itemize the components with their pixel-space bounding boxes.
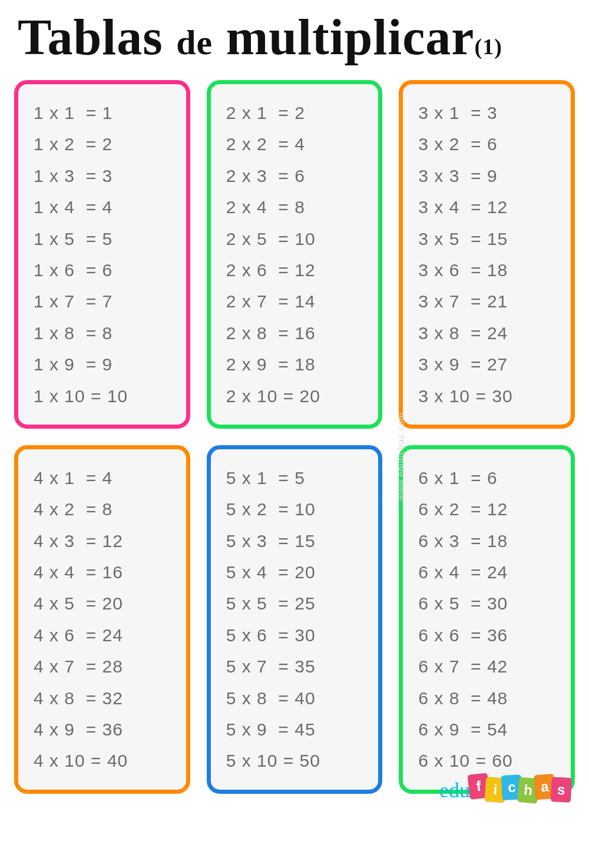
- table-row: 5 x 5 = 25: [226, 588, 367, 619]
- table-row: 2 x 3 = 6: [226, 160, 367, 191]
- table-row: 2 x 2 = 4: [226, 128, 367, 160]
- table-row: 4 x 2 = 8: [34, 493, 174, 525]
- table-row: 6 x 2 = 12: [418, 493, 559, 525]
- times-table-1: 1 x 1 = 11 x 2 = 21 x 3 = 31 x 4 = 41 x …: [14, 80, 190, 429]
- table-row: 5 x 8 = 40: [226, 683, 367, 714]
- table-row: 1 x 1 = 1: [34, 97, 174, 128]
- title-word-3: multiplicar: [226, 9, 475, 65]
- table-row: 5 x 4 = 20: [226, 556, 367, 588]
- table-row: 2 x 10 = 20: [226, 380, 367, 412]
- table-row: 6 x 5 = 30: [418, 588, 559, 619]
- table-row: 6 x 3 = 18: [418, 525, 559, 556]
- table-row: 1 x 5 = 5: [34, 223, 174, 254]
- title-word-2: de: [176, 23, 213, 62]
- table-row: 3 x 2 = 6: [418, 128, 559, 160]
- table-row: 5 x 7 = 35: [226, 651, 367, 682]
- table-row: 3 x 3 = 9: [418, 160, 559, 191]
- table-row: 5 x 2 = 10: [226, 493, 367, 525]
- table-row: 6 x 6 = 36: [418, 619, 559, 651]
- table-row: 3 x 4 = 12: [418, 191, 559, 223]
- table-row: 1 x 10 = 10: [34, 380, 174, 412]
- table-row: 6 x 7 = 42: [418, 651, 559, 682]
- table-row: 1 x 7 = 7: [34, 286, 174, 317]
- watermark-text: www.edufichas.com: [396, 412, 406, 501]
- table-row: 1 x 4 = 4: [34, 191, 174, 223]
- table-row: 1 x 3 = 3: [34, 160, 174, 191]
- times-table-2: 2 x 1 = 22 x 2 = 42 x 3 = 62 x 4 = 82 x …: [207, 80, 383, 429]
- title-suffix: (1): [475, 34, 502, 59]
- table-row: 5 x 1 = 5: [226, 462, 367, 493]
- table-row: 6 x 8 = 48: [418, 683, 559, 714]
- table-row: 6 x 1 = 6: [418, 462, 559, 493]
- table-row: 4 x 9 = 36: [34, 714, 174, 745]
- table-row: 4 x 1 = 4: [34, 462, 174, 493]
- table-row: 3 x 10 = 30: [418, 380, 559, 412]
- table-row: 1 x 2 = 2: [34, 128, 174, 160]
- table-row: 3 x 7 = 21: [418, 286, 559, 317]
- times-table-3: 3 x 1 = 33 x 2 = 63 x 3 = 93 x 4 = 123 x…: [399, 80, 575, 429]
- table-row: 3 x 1 = 3: [418, 97, 559, 128]
- table-row: 4 x 7 = 28: [34, 651, 174, 682]
- table-row: 2 x 9 = 18: [226, 349, 367, 380]
- table-row: 5 x 6 = 30: [226, 619, 367, 651]
- table-row: 4 x 8 = 32: [34, 683, 174, 714]
- times-table-4: 4 x 1 = 44 x 2 = 84 x 3 = 124 x 4 = 164 …: [14, 445, 190, 794]
- title-word-1: Tablas: [18, 9, 163, 65]
- table-row: 4 x 6 = 24: [34, 619, 174, 651]
- table-row: 1 x 8 = 8: [34, 317, 174, 349]
- table-row: 1 x 9 = 9: [34, 349, 174, 380]
- table-row: 4 x 10 = 40: [34, 745, 174, 776]
- table-row: 3 x 6 = 18: [418, 254, 559, 286]
- table-row: 5 x 9 = 45: [226, 714, 367, 745]
- worksheet-page: Tablas de multiplicar(1) 1 x 1 = 11 x 2 …: [0, 0, 589, 806]
- table-row: 2 x 5 = 10: [226, 223, 367, 254]
- table-row: 5 x 3 = 15: [226, 525, 367, 556]
- times-table-6: 6 x 1 = 66 x 2 = 126 x 3 = 186 x 4 = 246…: [399, 445, 575, 794]
- times-table-5: 5 x 1 = 55 x 2 = 105 x 3 = 155 x 4 = 205…: [207, 445, 383, 794]
- table-row: 2 x 1 = 2: [226, 97, 367, 128]
- table-row: 2 x 7 = 14: [226, 286, 367, 317]
- table-row: 3 x 9 = 27: [418, 349, 559, 380]
- table-row: 4 x 3 = 12: [34, 525, 174, 556]
- site-logo: edu f i c h a s: [439, 766, 571, 801]
- table-row: 3 x 8 = 24: [418, 317, 559, 349]
- logo-letter-block: s: [551, 777, 572, 803]
- table-row: 6 x 4 = 24: [418, 556, 559, 588]
- table-row: 2 x 8 = 16: [226, 317, 367, 349]
- table-row: 4 x 5 = 20: [34, 588, 174, 619]
- logo-prefix: edu: [439, 780, 470, 801]
- table-row: 4 x 4 = 16: [34, 556, 174, 588]
- table-row: 6 x 9 = 54: [418, 714, 559, 745]
- table-row: 2 x 4 = 8: [226, 191, 367, 223]
- table-row: 2 x 6 = 12: [226, 254, 367, 286]
- table-row: 3 x 5 = 15: [418, 223, 559, 254]
- page-title: Tablas de multiplicar(1): [18, 12, 577, 62]
- tables-grid: 1 x 1 = 11 x 2 = 21 x 3 = 31 x 4 = 41 x …: [12, 80, 577, 794]
- table-row: 1 x 6 = 6: [34, 254, 174, 286]
- table-row: 5 x 10 = 50: [226, 745, 367, 776]
